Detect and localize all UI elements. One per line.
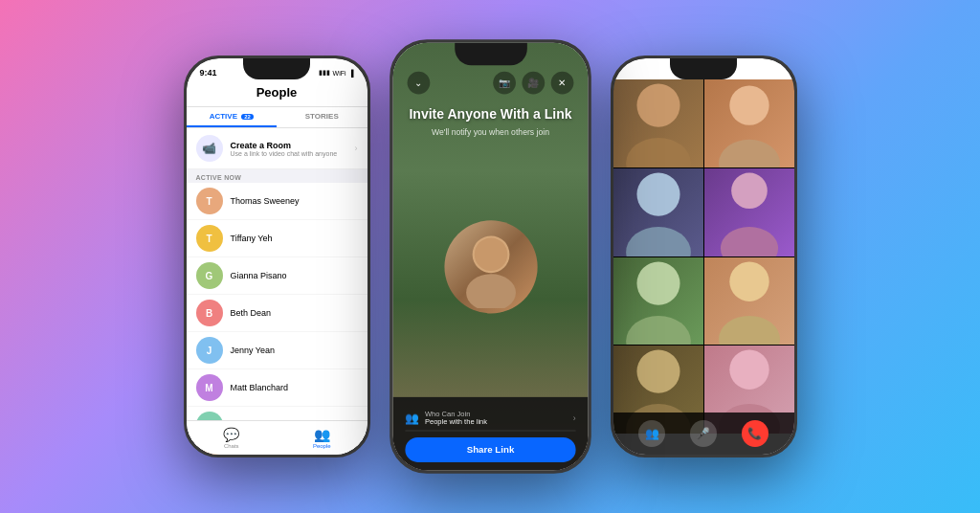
section-label: ACTIVE NOW	[187, 169, 368, 183]
video-cell-5	[613, 257, 703, 346]
room-subtitle: Use a link to video chat with anyone	[231, 150, 338, 157]
contact-item[interactable]: TTiffany Yeh	[187, 220, 368, 257]
video-icon[interactable]: 🎥	[522, 72, 545, 95]
invite-title: Invite Anyone With a Link	[405, 106, 575, 123]
tab-stories[interactable]: STORIES	[277, 107, 368, 127]
phone-3: 👥 🎤 📞	[611, 56, 797, 457]
group-icon: 👥	[405, 411, 419, 424]
chevron-down-icon: ⌄	[414, 78, 423, 88]
nav-people-label: People	[313, 443, 331, 449]
people-title: People	[256, 85, 298, 100]
wcj-value: People with the link	[424, 417, 486, 425]
signal-icon: ▮▮▮	[319, 69, 330, 77]
wcj-label: Who Can Join	[424, 411, 486, 418]
person-avatar	[443, 220, 536, 313]
call-controls: 👥 🎤 📞	[613, 413, 794, 455]
svg-point-10	[720, 227, 777, 256]
svg-point-5	[729, 85, 768, 124]
share-link-button[interactable]: Share Link	[405, 437, 575, 462]
svg-point-4	[626, 138, 691, 167]
video-grid-wrapper: 👥 🎤 📞	[613, 58, 794, 455]
close-icon[interactable]: ✕	[550, 72, 573, 95]
people-header: People	[187, 81, 368, 107]
contact-item[interactable]: JJenny Yean	[187, 332, 368, 369]
video-cell-1	[613, 79, 703, 167]
nav-chats-label: Chats	[224, 443, 239, 449]
room-text: Create a Room Use a link to video chat w…	[231, 141, 338, 157]
invite-subtitle: We'll notify you when others join	[405, 127, 575, 137]
svg-point-15	[636, 350, 679, 393]
contact-name: Gianna Pisano	[231, 271, 287, 280]
end-call-button[interactable]: 📞	[742, 420, 768, 447]
avatar: J	[196, 337, 223, 364]
status-time-1: 9:41	[200, 68, 217, 78]
video-cell-3	[613, 168, 703, 256]
svg-point-12	[626, 315, 691, 345]
avatar: B	[196, 300, 223, 326]
invite-overlay: ⌄ 📷 🎥 ✕ Invite Anyone With a Link We'll …	[392, 42, 588, 470]
wifi-icon: WiFi	[333, 70, 346, 77]
camera-flip-icon[interactable]: 📷	[493, 72, 516, 95]
svg-point-6	[719, 140, 780, 167]
tab-bar: ACTIVE 22 STORIES	[187, 107, 368, 128]
notch-3	[670, 58, 737, 79]
phone-1: 9:41 ▮▮▮ WiFi ▐ People ACTIVE 22 STORIES…	[184, 56, 370, 457]
video-cell-2	[704, 79, 794, 167]
contact-name: Thomas Sweeney	[231, 196, 300, 206]
status-icons-1: ▮▮▮ WiFi ▐	[319, 69, 354, 77]
svg-point-13	[729, 261, 768, 301]
svg-point-3	[636, 84, 679, 127]
chats-icon: 💬	[223, 427, 239, 442]
person-face-area	[392, 137, 588, 397]
nav-people[interactable]: 👥 People	[277, 421, 368, 455]
wcj-chevron-icon: ›	[572, 413, 575, 423]
video-cell-6	[704, 257, 794, 346]
contact-name: Matt Blanchard	[231, 383, 289, 392]
mic-icon: 🎤	[696, 427, 710, 440]
phone-2: ⌄ 📷 🎥 ✕ Invite Anyone With a Link We'll …	[390, 39, 591, 474]
add-people-icon: 👥	[645, 427, 659, 440]
who-can-join-row[interactable]: 👥 Who Can Join People with the link ›	[405, 406, 575, 432]
contact-name: Tiffany Yeh	[231, 234, 273, 243]
top-bar-icons: 📷 🎥 ✕	[493, 72, 573, 95]
avatar: M	[196, 374, 223, 401]
end-call-icon: 📞	[747, 427, 762, 440]
wcj-labels: Who Can Join People with the link	[424, 411, 486, 425]
avatar: T	[196, 225, 223, 252]
svg-point-8	[626, 227, 691, 256]
room-title: Create a Room	[231, 141, 338, 150]
battery-icon: ▐	[349, 70, 354, 77]
wcj-left: 👥 Who Can Join People with the link	[405, 411, 487, 425]
mute-button[interactable]: 🎤	[690, 420, 717, 447]
chevron-icon: ›	[355, 144, 358, 153]
contact-item[interactable]: BBeth Dean	[187, 295, 368, 332]
video-cell-4	[704, 168, 794, 256]
video-grid	[613, 79, 794, 434]
svg-point-14	[719, 315, 780, 345]
svg-point-1	[465, 274, 515, 308]
invite-bottom-panel: 👥 Who Can Join People with the link › Sh…	[392, 397, 588, 471]
bottom-nav: 💬 Chats 👥 People	[187, 420, 368, 455]
tab-badge: 22	[241, 114, 254, 120]
contact-list: TThomas SweeneyTTiffany YehGGianna Pisan…	[187, 183, 368, 455]
svg-point-17	[729, 350, 768, 390]
svg-point-9	[731, 172, 768, 209]
svg-point-11	[636, 261, 679, 304]
avatar: G	[196, 262, 223, 289]
create-room-item[interactable]: 📹 Create a Room Use a link to video chat…	[187, 128, 368, 169]
contact-item[interactable]: TThomas Sweeney	[187, 183, 368, 220]
contact-item[interactable]: GGianna Pisano	[187, 257, 368, 295]
contact-item[interactable]: MMatt Blanchard	[187, 369, 368, 407]
notch-1	[243, 58, 310, 79]
avatar: T	[196, 188, 223, 214]
people-icon: 👥	[314, 427, 330, 442]
room-icon: 📹	[196, 135, 223, 162]
notch-2	[454, 42, 526, 65]
back-button[interactable]: ⌄	[407, 72, 430, 95]
add-people-button[interactable]: 👥	[638, 420, 665, 447]
contact-name: Beth Dean	[231, 308, 272, 318]
contact-name: Jenny Yean	[231, 346, 276, 355]
tab-active[interactable]: ACTIVE 22	[187, 107, 278, 127]
nav-chats[interactable]: 💬 Chats	[187, 421, 278, 455]
svg-point-7	[636, 172, 679, 215]
